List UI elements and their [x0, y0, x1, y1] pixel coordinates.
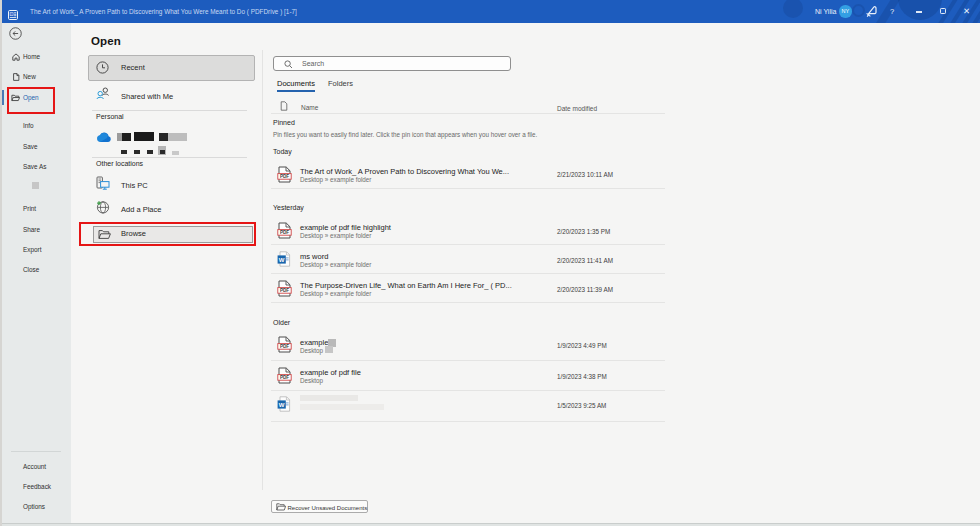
- svg-text:PDF: PDF: [280, 230, 289, 235]
- svg-text:PDF: PDF: [280, 174, 289, 179]
- svg-text:W: W: [279, 257, 285, 263]
- svg-text:PDF: PDF: [280, 375, 289, 380]
- svg-text:W: W: [279, 402, 285, 408]
- svg-text:PDF: PDF: [280, 288, 289, 293]
- svg-text:PDF: PDF: [280, 344, 289, 349]
